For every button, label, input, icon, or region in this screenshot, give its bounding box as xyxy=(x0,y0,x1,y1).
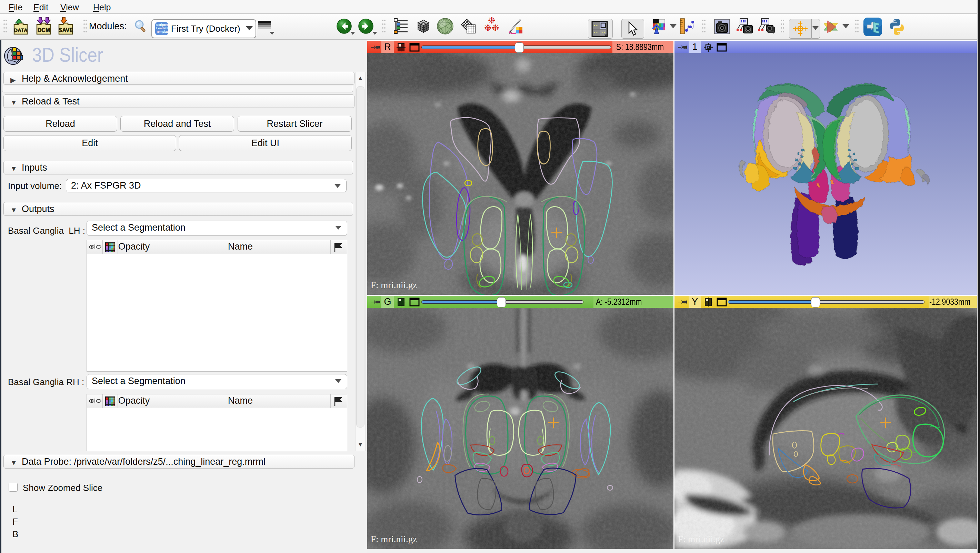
svg-text:Loadable: Loadable xyxy=(156,27,169,30)
svg-text:DCM: DCM xyxy=(38,27,50,33)
svg-text:Scripted: Scripted xyxy=(156,23,169,27)
svg-text:Template: Template xyxy=(156,30,169,33)
svg-text:DATA: DATA xyxy=(14,27,28,33)
svg-text:SAVE: SAVE xyxy=(59,27,73,33)
